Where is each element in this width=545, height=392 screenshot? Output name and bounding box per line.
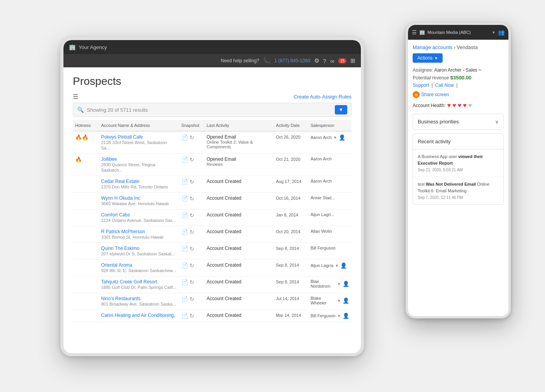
- account-name-link[interactable]: Carini Heating and Air Conditioning,: [101, 313, 177, 318]
- activity-type: Account Created: [207, 246, 241, 251]
- edit-assignee-icon[interactable]: ✏: [478, 68, 482, 72]
- snapshot-cell: 📄↻: [179, 193, 204, 209]
- help-phone-number[interactable]: 1 (877) 845-1060: [274, 58, 310, 63]
- business-priorities-header[interactable]: Business priorities ∨: [413, 114, 503, 129]
- doc-icon[interactable]: 📄: [181, 212, 188, 218]
- table-row[interactable]: Tahquitz Creek Golf Resort1885 Golf Club…: [73, 276, 352, 293]
- refresh-icon[interactable]: ↻: [190, 156, 194, 163]
- doc-icon[interactable]: 📄: [181, 195, 188, 202]
- header-salesperson: Salesperson: [308, 120, 352, 131]
- doc-icon[interactable]: 📄: [181, 313, 188, 319]
- table-row[interactable]: Wynn H Okuda Inc3660 Waialae Ave, Honolu…: [73, 193, 352, 209]
- hotness-cell: [73, 276, 99, 293]
- account-name-cell: Nino's Restaurants801 Broadway Ave, Sask…: [99, 293, 179, 310]
- account-name-link[interactable]: Jollibee: [101, 156, 177, 162]
- account-name-link[interactable]: Oriental Aroma: [101, 262, 177, 268]
- support-link[interactable]: Support: [413, 83, 429, 88]
- table-row[interactable]: 🔥Jollibee2830 Quance Street, Regina Sask…: [73, 154, 352, 176]
- table-row[interactable]: Oriental Aroma928 8th St. E, Saskatoon S…: [73, 260, 352, 276]
- activity-detail: Reviews: [207, 162, 271, 167]
- salesperson-dropdown-arrow[interactable]: ▼: [337, 282, 341, 286]
- potential-revenue-value[interactable]: $3500.00: [450, 75, 471, 81]
- activity-date: Oct 16, 2014: [276, 196, 301, 200]
- phone-topbar: ☰ 🏢 Mountain Media (ABC) ▼ 👥: [408, 25, 508, 40]
- actions-button[interactable]: Actions ▼: [413, 53, 443, 63]
- manage-accounts-link[interactable]: Manage accounts: [413, 44, 453, 50]
- table-row[interactable]: Carini Heating and Air Conditioning,📄↻Ac…: [73, 310, 352, 322]
- refresh-icon[interactable]: ↻: [190, 229, 194, 235]
- hotness-cell: 🔥: [73, 154, 99, 176]
- refresh-icon[interactable]: ↻: [190, 195, 194, 202]
- snapshot-cell: 📄↻: [179, 226, 204, 243]
- table-row[interactable]: Nino's Restaurants801 Broadway Ave, Sask…: [73, 293, 352, 310]
- salesperson-person-icon[interactable]: 👤: [343, 297, 349, 304]
- create-auto-assign-link[interactable]: Create Auto-Assign Rules: [294, 94, 352, 100]
- account-name-link[interactable]: Pokeys Pinball Cafe: [101, 134, 177, 140]
- table-row[interactable]: 🔥🔥Pokeys Pinball Cafe211B 33rd Street We…: [73, 131, 352, 154]
- account-name-cell: Pokeys Pinball Cafe211B 33rd Street West…: [99, 131, 179, 154]
- share-screen-link[interactable]: Share screen: [421, 92, 449, 97]
- account-address: 1224 Ontario Avenue, Saskatoon Sas...: [101, 218, 176, 223]
- account-name-link[interactable]: R Patrick McPherson: [101, 229, 177, 234]
- doc-icon[interactable]: 📄: [181, 229, 188, 235]
- doc-icon[interactable]: 📄: [181, 296, 188, 302]
- table-row[interactable]: Cedar Real Estate1370 Don Mills Rd, Toro…: [73, 176, 352, 193]
- search-action-button[interactable]: ▼: [335, 105, 347, 114]
- table-row[interactable]: R Patrick McPherson1001 Bishop St, Honol…: [73, 226, 352, 243]
- refresh-icon[interactable]: ↻: [190, 246, 194, 252]
- activity-date: Jan 8, 2014: [276, 213, 299, 217]
- activity-date-cell: Oct 21, 2020: [274, 154, 308, 176]
- refresh-icon[interactable]: ↻: [190, 313, 194, 319]
- doc-icon[interactable]: 📄: [181, 156, 188, 163]
- table-row[interactable]: Quinn The Eskimo207 Idylwyld Dr S, Saska…: [73, 243, 352, 260]
- account-name-link[interactable]: Nino's Restaurants: [101, 296, 177, 301]
- infinity-icon[interactable]: ∞: [330, 58, 334, 64]
- activity-date-cell: Sep 8, 2014: [274, 276, 308, 293]
- activity-date: Sep 8, 2014: [276, 246, 299, 251]
- refresh-icon[interactable]: ↻: [190, 296, 194, 302]
- salesperson-dropdown-arrow[interactable]: ▼: [333, 135, 337, 140]
- phone-users-icon[interactable]: 👥: [498, 29, 505, 35]
- header-last-activity: Last Activity: [204, 120, 274, 131]
- salesperson-person-icon[interactable]: 👤: [340, 262, 347, 269]
- doc-icon[interactable]: 📄: [181, 246, 188, 252]
- salesperson-person-icon[interactable]: 👤: [343, 313, 349, 319]
- doc-icon[interactable]: 📄: [181, 134, 188, 141]
- filter-icon[interactable]: ☰: [73, 93, 78, 100]
- phone-dropdown-icon[interactable]: ▼: [492, 30, 496, 35]
- account-name-link[interactable]: Quinn The Eskimo: [101, 246, 177, 251]
- refresh-icon[interactable]: ↻: [190, 179, 194, 185]
- table-row[interactable]: Comfort Cabs1224 Ontario Avenue, Saskato…: [73, 209, 352, 226]
- last-activity-cell: Account Created: [204, 209, 274, 226]
- refresh-icon[interactable]: ↻: [190, 262, 194, 269]
- hamburger-icon[interactable]: ☰: [412, 29, 417, 35]
- call-now-link[interactable]: Call Now: [435, 83, 454, 88]
- search-icon: 🔍: [77, 107, 84, 113]
- salesperson-dropdown-arrow[interactable]: ▼: [335, 264, 339, 268]
- business-priorities-label: Business priorities: [418, 119, 459, 125]
- notification-badge[interactable]: 15: [338, 58, 346, 63]
- account-name-link[interactable]: Tahquitz Creek Golf Resort: [101, 279, 177, 285]
- account-name-cell: Cedar Real Estate1370 Don Mills Rd, Toro…: [99, 176, 179, 193]
- salesperson-dropdown-arrow[interactable]: ▼: [337, 299, 341, 303]
- grid-icon[interactable]: ⊞: [350, 57, 355, 64]
- help-icon[interactable]: ?: [323, 58, 326, 64]
- last-activity-cell: Account Created: [204, 176, 274, 193]
- activity-item: test Was Not Delivered Email Online Tool…: [413, 177, 503, 204]
- account-address: 928 8th St. E, Saskatoon Saskatchew...: [101, 268, 176, 273]
- account-name-link[interactable]: Comfort Cabs: [101, 212, 177, 218]
- settings-icon[interactable]: ⚙: [314, 57, 319, 64]
- salesperson-person-icon[interactable]: 👤: [339, 134, 345, 141]
- activity-date-cell: Oct 16, 2014: [274, 193, 308, 209]
- refresh-icon[interactable]: ↻: [190, 134, 194, 141]
- doc-icon[interactable]: 📄: [181, 179, 188, 185]
- salesperson-person-icon[interactable]: 👤: [343, 281, 349, 287]
- doc-icon[interactable]: 📄: [181, 262, 188, 269]
- doc-icon[interactable]: 📄: [181, 279, 188, 285]
- refresh-icon[interactable]: ↻: [190, 212, 194, 218]
- account-name-link[interactable]: Cedar Real Estate: [101, 179, 177, 184]
- account-name-link[interactable]: Wynn H Okuda Inc: [101, 195, 177, 201]
- account-name-cell: Quinn The Eskimo207 Idylwyld Dr S, Saska…: [99, 243, 179, 260]
- refresh-icon[interactable]: ↻: [190, 279, 194, 285]
- salesperson-dropdown-arrow[interactable]: ▼: [337, 314, 341, 318]
